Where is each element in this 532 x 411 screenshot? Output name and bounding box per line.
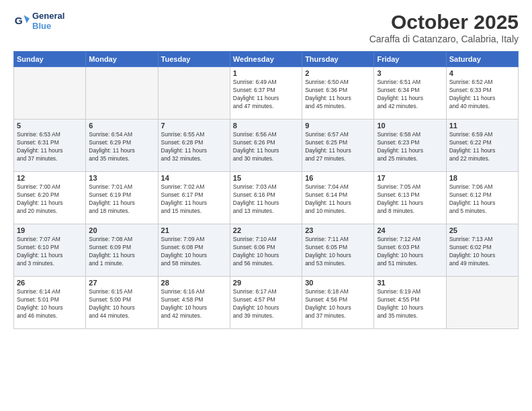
day-header-sunday: Sunday [14, 52, 86, 67]
calendar-week-3: 12Sunrise: 7:00 AMSunset: 6:20 PMDayligh… [14, 172, 519, 224]
day-info: Sunrise: 7:05 AMSunset: 6:13 PMDaylight:… [377, 183, 443, 216]
calendar-cell: 19Sunrise: 7:07 AMSunset: 6:10 PMDayligh… [14, 224, 86, 277]
calendar-cell: 5Sunrise: 6:53 AMSunset: 6:31 PMDaylight… [14, 120, 86, 172]
day-number: 11 [449, 122, 515, 130]
calendar-cell: 24Sunrise: 7:12 AMSunset: 6:03 PMDayligh… [374, 224, 446, 277]
calendar-cell [86, 67, 158, 120]
day-number: 25 [449, 226, 515, 234]
day-info: Sunrise: 6:58 AMSunset: 6:23 PMDaylight:… [377, 131, 443, 163]
day-info: Sunrise: 6:50 AMSunset: 6:36 PMDaylight:… [305, 79, 371, 111]
day-info: Sunrise: 7:01 AMSunset: 6:19 PMDaylight:… [89, 183, 154, 216]
day-number: 18 [449, 174, 515, 182]
day-number: 28 [161, 279, 227, 287]
calendar-cell: 23Sunrise: 7:11 AMSunset: 6:05 PMDayligh… [302, 224, 374, 277]
day-number: 20 [89, 226, 154, 234]
calendar-week-5: 26Sunrise: 6:14 AMSunset: 5:01 PMDayligh… [14, 277, 519, 329]
page: G General Blue October 2025 Caraffa di C… [0, 0, 532, 411]
calendar-cell: 30Sunrise: 6:18 AMSunset: 4:56 PMDayligh… [302, 277, 374, 329]
calendar-cell: 25Sunrise: 7:13 AMSunset: 6:02 PMDayligh… [446, 224, 518, 277]
day-header-friday: Friday [374, 52, 446, 67]
calendar-cell: 20Sunrise: 7:08 AMSunset: 6:09 PMDayligh… [86, 224, 158, 277]
logo: G General Blue [13, 11, 64, 31]
calendar-cell: 6Sunrise: 6:54 AMSunset: 6:29 PMDaylight… [86, 120, 158, 172]
calendar-cell: 11Sunrise: 6:59 AMSunset: 6:22 PMDayligh… [446, 120, 518, 172]
calendar-cell: 28Sunrise: 6:16 AMSunset: 4:58 PMDayligh… [158, 277, 230, 329]
month-title: October 2025 [369, 11, 519, 34]
day-number: 5 [17, 122, 83, 130]
day-info: Sunrise: 6:54 AMSunset: 6:29 PMDaylight:… [89, 131, 154, 163]
day-info: Sunrise: 7:04 AMSunset: 6:14 PMDaylight:… [305, 183, 371, 216]
calendar-cell: 10Sunrise: 6:58 AMSunset: 6:23 PMDayligh… [374, 120, 446, 172]
calendar-cell: 3Sunrise: 6:51 AMSunset: 6:34 PMDaylight… [374, 67, 446, 120]
day-number: 1 [233, 69, 299, 77]
day-info: Sunrise: 6:51 AMSunset: 6:34 PMDaylight:… [377, 79, 443, 111]
day-number: 31 [377, 279, 443, 287]
day-number: 15 [233, 174, 299, 182]
calendar-cell: 27Sunrise: 6:15 AMSunset: 5:00 PMDayligh… [86, 277, 158, 329]
calendar-cell: 9Sunrise: 6:57 AMSunset: 6:25 PMDaylight… [302, 120, 374, 172]
logo-icon: G [13, 13, 30, 29]
day-info: Sunrise: 7:11 AMSunset: 6:05 PMDaylight:… [305, 236, 371, 268]
day-number: 16 [305, 174, 371, 182]
calendar-cell: 29Sunrise: 6:17 AMSunset: 4:57 PMDayligh… [230, 277, 302, 329]
calendar-cell [14, 67, 86, 120]
day-number: 4 [449, 69, 515, 77]
logo-text: General Blue [32, 11, 64, 31]
calendar-cell: 13Sunrise: 7:01 AMSunset: 6:19 PMDayligh… [86, 172, 158, 224]
calendar-cell: 7Sunrise: 6:55 AMSunset: 6:28 PMDaylight… [158, 120, 230, 172]
day-info: Sunrise: 7:10 AMSunset: 6:06 PMDaylight:… [233, 236, 299, 268]
day-info: Sunrise: 7:07 AMSunset: 6:10 PMDaylight:… [17, 236, 83, 268]
calendar-cell: 22Sunrise: 7:10 AMSunset: 6:06 PMDayligh… [230, 224, 302, 277]
calendar-cell [446, 277, 518, 329]
calendar-cell: 18Sunrise: 7:06 AMSunset: 6:12 PMDayligh… [446, 172, 518, 224]
day-number: 12 [17, 174, 83, 182]
calendar-cell: 8Sunrise: 6:56 AMSunset: 6:26 PMDaylight… [230, 120, 302, 172]
day-header-saturday: Saturday [446, 52, 518, 67]
day-info: Sunrise: 6:14 AMSunset: 5:01 PMDaylight:… [17, 288, 83, 320]
calendar-cell: 1Sunrise: 6:49 AMSunset: 6:37 PMDaylight… [230, 67, 302, 120]
day-number: 23 [305, 226, 371, 234]
day-header-thursday: Thursday [302, 52, 374, 67]
calendar-cell: 15Sunrise: 7:03 AMSunset: 6:16 PMDayligh… [230, 172, 302, 224]
day-info: Sunrise: 7:13 AMSunset: 6:02 PMDaylight:… [449, 236, 515, 268]
day-number: 7 [161, 122, 227, 130]
calendar-cell: 31Sunrise: 6:19 AMSunset: 4:55 PMDayligh… [374, 277, 446, 329]
day-info: Sunrise: 6:59 AMSunset: 6:22 PMDaylight:… [449, 131, 515, 163]
calendar-cell: 14Sunrise: 7:02 AMSunset: 6:17 PMDayligh… [158, 172, 230, 224]
day-header-tuesday: Tuesday [158, 52, 230, 67]
day-number: 19 [17, 226, 83, 234]
day-number: 9 [305, 122, 371, 130]
day-number: 10 [377, 122, 443, 130]
day-header-wednesday: Wednesday [230, 52, 302, 67]
svg-text:G: G [15, 15, 23, 26]
day-number: 3 [377, 69, 443, 77]
calendar-cell: 17Sunrise: 7:05 AMSunset: 6:13 PMDayligh… [374, 172, 446, 224]
day-info: Sunrise: 6:17 AMSunset: 4:57 PMDaylight:… [233, 288, 299, 320]
day-number: 21 [161, 226, 227, 234]
svg-marker-1 [24, 15, 30, 23]
day-info: Sunrise: 6:16 AMSunset: 4:58 PMDaylight:… [161, 288, 227, 320]
day-info: Sunrise: 6:53 AMSunset: 6:31 PMDaylight:… [17, 131, 83, 163]
calendar-week-2: 5Sunrise: 6:53 AMSunset: 6:31 PMDaylight… [14, 120, 519, 172]
day-number: 26 [17, 279, 83, 287]
day-number: 6 [89, 122, 154, 130]
day-number: 24 [377, 226, 443, 234]
day-info: Sunrise: 6:15 AMSunset: 5:00 PMDaylight:… [89, 288, 154, 320]
title-section: October 2025 Caraffa di Catanzaro, Calab… [369, 11, 519, 44]
day-number: 14 [161, 174, 227, 182]
calendar: SundayMondayTuesdayWednesdayThursdayFrid… [13, 51, 519, 329]
calendar-cell: 21Sunrise: 7:09 AMSunset: 6:08 PMDayligh… [158, 224, 230, 277]
day-info: Sunrise: 6:49 AMSunset: 6:37 PMDaylight:… [233, 79, 299, 111]
day-info: Sunrise: 7:08 AMSunset: 6:09 PMDaylight:… [89, 236, 154, 268]
day-info: Sunrise: 6:56 AMSunset: 6:26 PMDaylight:… [233, 131, 299, 163]
day-header-monday: Monday [86, 52, 158, 67]
day-info: Sunrise: 7:09 AMSunset: 6:08 PMDaylight:… [161, 236, 227, 268]
day-number: 2 [305, 69, 371, 77]
day-info: Sunrise: 6:52 AMSunset: 6:33 PMDaylight:… [449, 79, 515, 111]
day-info: Sunrise: 7:00 AMSunset: 6:20 PMDaylight:… [17, 183, 83, 216]
calendar-cell: 12Sunrise: 7:00 AMSunset: 6:20 PMDayligh… [14, 172, 86, 224]
day-info: Sunrise: 7:02 AMSunset: 6:17 PMDaylight:… [161, 183, 227, 216]
calendar-week-1: 1Sunrise: 6:49 AMSunset: 6:37 PMDaylight… [14, 67, 519, 120]
calendar-week-4: 19Sunrise: 7:07 AMSunset: 6:10 PMDayligh… [14, 224, 519, 277]
day-info: Sunrise: 6:19 AMSunset: 4:55 PMDaylight:… [377, 288, 443, 320]
